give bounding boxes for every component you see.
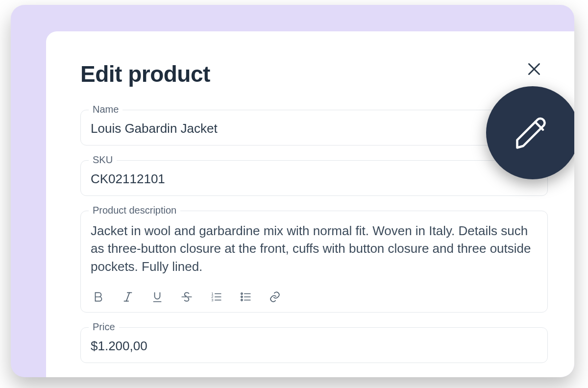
name-label: Name (89, 104, 122, 115)
edit-product-panel: Edit product Name SKU Product descriptio… (46, 31, 574, 377)
sku-field: SKU (80, 160, 548, 196)
strikethrough-icon (180, 291, 193, 305)
pencil-icon (512, 112, 553, 154)
sku-label: SKU (89, 154, 117, 166)
description-label: Product description (89, 205, 180, 216)
svg-point-16 (241, 292, 243, 294)
bold-icon (92, 291, 105, 305)
underline-button[interactable] (149, 290, 165, 305)
sku-input[interactable] (91, 171, 538, 187)
ordered-list-button[interactable]: 1 2 3 (208, 290, 224, 305)
app-background: Edit product Name SKU Product descriptio… (11, 5, 574, 377)
name-field: Name (80, 110, 548, 146)
description-field: Product description Jacket in wool and g… (80, 211, 548, 313)
svg-line-19 (535, 122, 543, 130)
strikethrough-button[interactable] (179, 290, 195, 305)
description-input[interactable]: Jacket in wool and garbardine mix with n… (91, 222, 538, 276)
price-input[interactable] (91, 339, 538, 354)
name-input[interactable] (91, 121, 538, 136)
svg-text:3: 3 (211, 297, 213, 302)
close-button[interactable] (523, 59, 545, 80)
underline-icon (151, 291, 164, 305)
edit-fab-button[interactable] (486, 86, 574, 179)
price-label: Price (89, 321, 119, 333)
bold-button[interactable] (91, 290, 106, 305)
svg-line-4 (126, 292, 130, 301)
svg-point-18 (241, 299, 243, 300)
link-button[interactable] (267, 290, 283, 305)
page-title: Edit product (80, 61, 210, 87)
close-icon (525, 72, 543, 79)
svg-point-17 (241, 296, 243, 297)
panel-header: Edit product (80, 61, 548, 87)
italic-icon (122, 291, 134, 305)
unordered-list-icon (239, 291, 252, 305)
rich-text-toolbar: 1 2 3 (91, 287, 538, 305)
price-field: Price (80, 327, 548, 363)
italic-button[interactable] (120, 290, 136, 305)
unordered-list-button[interactable] (238, 290, 253, 305)
ordered-list-icon: 1 2 3 (210, 291, 222, 305)
link-icon (269, 291, 281, 305)
